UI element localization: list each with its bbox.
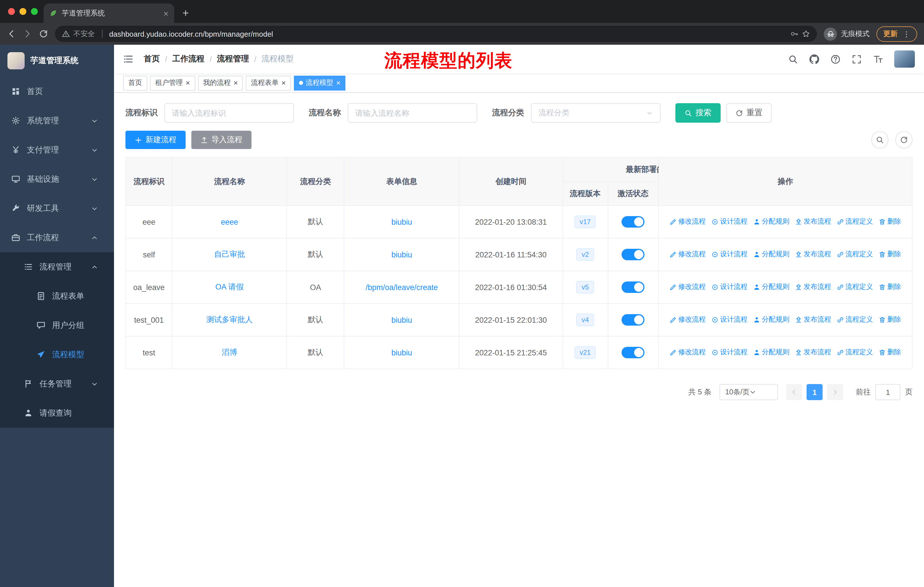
page-size-select[interactable]: 10条/页 xyxy=(719,384,778,400)
security-label[interactable]: 不安全 xyxy=(73,29,95,39)
toggle-search-button[interactable] xyxy=(871,131,888,149)
reset-button[interactable]: 重置 xyxy=(726,103,772,123)
active-status-toggle[interactable] xyxy=(622,347,644,358)
github-icon[interactable] xyxy=(809,54,819,64)
help-icon[interactable] xyxy=(831,54,840,64)
tag-我的流程[interactable]: 我的流程× xyxy=(198,75,243,90)
action-definition[interactable]: 流程定义 xyxy=(837,217,873,227)
browser-tab[interactable]: 芋道管理系统 × xyxy=(43,3,174,23)
browser-update-button[interactable]: 更新 ⋮ xyxy=(876,26,917,41)
search-icon[interactable] xyxy=(788,54,798,64)
action-definition[interactable]: 流程定义 xyxy=(837,250,873,260)
form-info-link[interactable]: /bpm/oa/leave/create xyxy=(366,283,438,291)
action-assign[interactable]: 分配规则 xyxy=(753,250,789,260)
form-info-link[interactable]: biubiu xyxy=(391,316,412,324)
user-avatar[interactable] xyxy=(894,50,915,68)
minimize-window-button[interactable] xyxy=(20,8,26,15)
refresh-table-button[interactable] xyxy=(895,131,912,149)
action-definition[interactable]: 流程定义 xyxy=(837,282,873,292)
breadcrumb-item[interactable]: 工作流程 xyxy=(172,54,205,64)
sidebar-item-system[interactable]: 系统管理 xyxy=(0,106,114,135)
sidebar-item-payment[interactable]: 支付管理 xyxy=(0,135,114,165)
action-modify[interactable]: 修改流程 xyxy=(670,217,706,227)
action-publish[interactable]: 发布流程 xyxy=(795,315,831,325)
back-icon[interactable] xyxy=(7,29,16,38)
url-text[interactable]: dashboard.yudao.iocoder.cn/bpm/manager/m… xyxy=(109,30,787,38)
sidebar-item-leave-query[interactable]: 请假查询 xyxy=(0,398,114,428)
hamburger-icon[interactable] xyxy=(123,54,134,64)
action-assign[interactable]: 分配规则 xyxy=(753,282,789,292)
process-name-input[interactable] xyxy=(348,103,477,123)
action-delete[interactable]: 删除 xyxy=(879,250,901,260)
sidebar-item-user-group[interactable]: 用户分组 xyxy=(0,311,114,340)
tag-首页[interactable]: 首页 xyxy=(123,75,147,90)
action-design[interactable]: 设计流程 xyxy=(711,250,747,260)
next-page-button[interactable] xyxy=(827,384,843,400)
action-publish[interactable]: 发布流程 xyxy=(795,217,831,227)
tag-流程表单[interactable]: 流程表单× xyxy=(246,75,291,90)
import-process-button[interactable]: 导入流程 xyxy=(191,131,251,149)
close-window-button[interactable] xyxy=(8,8,15,15)
active-status-toggle[interactable] xyxy=(622,249,644,260)
search-button[interactable]: 搜索 xyxy=(675,103,721,123)
active-status-toggle[interactable] xyxy=(622,281,644,293)
action-modify[interactable]: 修改流程 xyxy=(670,250,706,260)
action-assign[interactable]: 分配规则 xyxy=(753,217,789,227)
process-name-link[interactable]: 测试多审批人 xyxy=(206,315,252,324)
action-design[interactable]: 设计流程 xyxy=(711,217,747,227)
action-definition[interactable]: 流程定义 xyxy=(837,315,873,325)
zoom-window-button[interactable] xyxy=(31,8,38,15)
font-size-icon[interactable] xyxy=(873,54,883,64)
breadcrumb-item[interactable]: 首页 xyxy=(144,54,160,64)
address-bar[interactable]: 不安全 dashboard.yudao.iocoder.cn/bpm/manag… xyxy=(55,26,817,42)
process-name-link[interactable]: 自己审批 xyxy=(214,250,245,258)
process-name-link[interactable]: eeee xyxy=(221,218,238,226)
close-icon[interactable]: × xyxy=(186,79,190,87)
close-icon[interactable]: × xyxy=(233,79,238,87)
close-icon[interactable]: × xyxy=(336,79,341,87)
new-tab-button[interactable]: + xyxy=(178,5,194,21)
sidebar-item-process-model[interactable]: 流程模型 xyxy=(0,340,114,369)
key-icon[interactable] xyxy=(790,30,799,38)
action-design[interactable]: 设计流程 xyxy=(711,282,747,292)
create-process-button[interactable]: 新建流程 xyxy=(125,131,186,149)
action-publish[interactable]: 发布流程 xyxy=(795,282,831,292)
sidebar-item-devtools[interactable]: 研发工具 xyxy=(0,194,114,223)
page-number-1[interactable]: 1 xyxy=(807,384,823,400)
action-modify[interactable]: 修改流程 xyxy=(670,282,706,292)
active-status-toggle[interactable] xyxy=(622,314,644,326)
action-design[interactable]: 设计流程 xyxy=(711,348,747,357)
active-status-toggle[interactable] xyxy=(622,216,644,228)
tag-流程模型[interactable]: 流程模型× xyxy=(294,75,346,90)
bookmark-star-icon[interactable] xyxy=(802,30,810,38)
action-assign[interactable]: 分配规则 xyxy=(753,315,789,325)
action-delete[interactable]: 删除 xyxy=(879,315,901,325)
process-name-link[interactable]: 滔博 xyxy=(222,348,237,357)
sidebar-item-infrastructure[interactable]: 基础设施 xyxy=(0,165,114,194)
process-key-input[interactable] xyxy=(164,103,294,123)
reload-icon[interactable] xyxy=(39,29,48,38)
sidebar-item-process-manage[interactable]: 流程管理 xyxy=(0,252,114,281)
action-modify[interactable]: 修改流程 xyxy=(670,348,706,357)
sidebar-item-process-form[interactable]: 流程表单 xyxy=(0,281,114,311)
forward-icon[interactable] xyxy=(23,29,32,38)
form-info-link[interactable]: biubiu xyxy=(391,218,412,226)
action-modify[interactable]: 修改流程 xyxy=(670,315,706,325)
breadcrumb-item[interactable]: 流程管理 xyxy=(217,54,249,64)
action-delete[interactable]: 删除 xyxy=(879,348,901,357)
sidebar-item-workflow[interactable]: 工作流程 xyxy=(0,223,114,252)
action-assign[interactable]: 分配规则 xyxy=(753,348,789,357)
sidebar-item-task-manage[interactable]: 任务管理 xyxy=(0,369,114,398)
tag-租户管理[interactable]: 租户管理× xyxy=(150,75,195,90)
fullscreen-icon[interactable] xyxy=(852,54,861,64)
action-publish[interactable]: 发布流程 xyxy=(795,348,831,357)
browser-menu-icon[interactable]: ⋮ xyxy=(903,30,910,38)
action-delete[interactable]: 删除 xyxy=(879,282,901,292)
action-delete[interactable]: 删除 xyxy=(879,217,901,227)
tab-close-icon[interactable]: × xyxy=(163,8,168,18)
goto-page-input[interactable] xyxy=(875,384,901,400)
form-info-link[interactable]: biubiu xyxy=(391,348,412,357)
action-design[interactable]: 设计流程 xyxy=(711,315,747,325)
form-info-link[interactable]: biubiu xyxy=(391,250,412,259)
prev-page-button[interactable] xyxy=(786,384,802,400)
